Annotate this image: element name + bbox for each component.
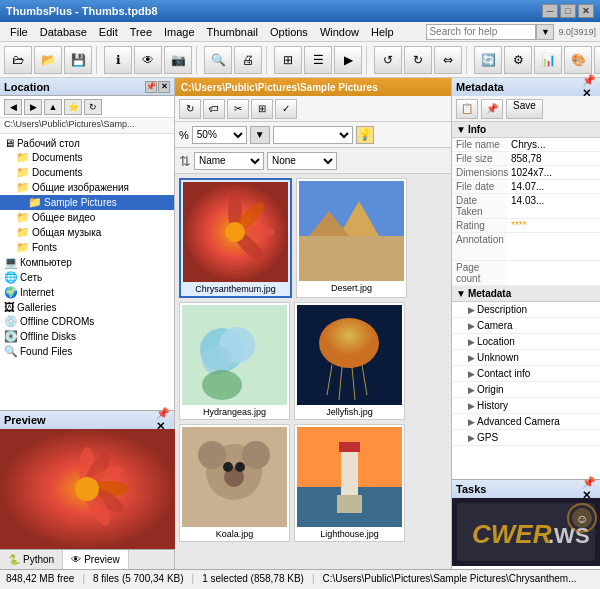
meta-pin-button[interactable]: 📌	[582, 74, 596, 87]
location-panel-controls: 📌 ✕	[145, 81, 170, 93]
tb-save-button[interactable]: 💾	[64, 46, 92, 74]
meta-contactinfo-item[interactable]: ▶ Contact info	[452, 366, 600, 382]
menu-tree[interactable]: Tree	[124, 24, 158, 40]
location-pin-button[interactable]: 📌	[145, 81, 157, 93]
meta-description-item[interactable]: ▶ Description	[452, 302, 600, 318]
tb-color-button[interactable]: 🎨	[564, 46, 592, 74]
thumb-lighthouse[interactable]: Lighthouse.jpg	[294, 424, 405, 542]
view-grid-button[interactable]: ⊞	[251, 99, 273, 119]
nav-back-button[interactable]: ◀	[4, 99, 22, 115]
tb-info-button[interactable]: ℹ	[104, 46, 132, 74]
thumb-desert[interactable]: Desert.jpg	[296, 178, 407, 298]
menu-file[interactable]: File	[4, 24, 34, 40]
tree-item-internet[interactable]: 🌍 Internet	[0, 285, 174, 300]
edit2-button[interactable]: ✂	[227, 99, 249, 119]
tree-item-music[interactable]: 📁 Общая музыка	[0, 225, 174, 240]
tree-item-cdrom[interactable]: 💿 Offline CDROMs	[0, 314, 174, 329]
sort-order-select[interactable]: None Ascending Descending	[267, 152, 337, 170]
tree-item-computer[interactable]: 💻 Компьютер	[0, 255, 174, 270]
tree-item-desktop[interactable]: 🖥 Рабочий стол	[0, 136, 174, 150]
tree-item-video[interactable]: 📁 Общее видео	[0, 210, 174, 225]
meta-camera-item[interactable]: ▶ Camera	[452, 318, 600, 334]
tasks-pin-button[interactable]: 📌	[582, 476, 596, 489]
tb-list-button[interactable]: ☰	[304, 46, 332, 74]
menu-image[interactable]: Image	[158, 24, 201, 40]
internet-icon: 🌍	[4, 286, 18, 299]
location-close-button[interactable]: ✕	[158, 81, 170, 93]
tree-item-galleries[interactable]: 🖼 Galleries	[0, 300, 174, 314]
hint-button[interactable]: 💡	[356, 126, 374, 144]
thumb-chrysanthemum[interactable]: Chrysanthemum.jpg	[179, 178, 292, 298]
thumb-hydrangeas[interactable]: Hydrangeas.jpg	[179, 302, 290, 420]
refresh-button[interactable]: ↻	[179, 99, 201, 119]
meta-origin-item[interactable]: ▶ Origin	[452, 382, 600, 398]
tb-new-button[interactable]: 🗁	[4, 46, 32, 74]
meta-gps-item[interactable]: ▶ GPS	[452, 430, 600, 446]
cdrom-icon: 💿	[4, 315, 18, 328]
tb-flip-button[interactable]: ⇔	[434, 46, 462, 74]
search-input[interactable]	[426, 24, 536, 40]
menu-database[interactable]: Database	[34, 24, 93, 40]
menu-thumbnail[interactable]: Thumbnail	[201, 24, 264, 40]
tree-item-docs2[interactable]: 📁 Documents	[0, 165, 174, 180]
thumb-koala[interactable]: Koala.jpg	[179, 424, 290, 542]
meta-location-item[interactable]: ▶ Location	[452, 334, 600, 350]
nav-refresh-button[interactable]: ↻	[84, 99, 102, 115]
sort-direction-button[interactable]: ⇅	[179, 153, 191, 169]
tb-convert-button[interactable]: 🔄	[474, 46, 502, 74]
filter-button[interactable]: ▼	[250, 126, 270, 144]
search-button[interactable]: ▼	[536, 24, 554, 40]
menu-edit[interactable]: Edit	[93, 24, 124, 40]
tb-slide-button[interactable]: ▶	[334, 46, 362, 74]
tb-scan-button[interactable]: 📷	[164, 46, 192, 74]
koala-svg	[182, 427, 287, 527]
tb-open-button[interactable]: 📂	[34, 46, 62, 74]
menu-help[interactable]: Help	[365, 24, 400, 40]
maximize-button[interactable]: □	[560, 4, 576, 18]
tb-rotate-r-button[interactable]: ↻	[404, 46, 432, 74]
nav-up-button[interactable]: ▲	[44, 99, 62, 115]
zoom-select[interactable]: 50% 25% 75% 100%	[192, 126, 247, 144]
meta-datetaken-val: 14.03...	[507, 194, 600, 218]
tree-item-offline-disks[interactable]: 💽 Offline Disks	[0, 329, 174, 344]
center-toolbar: ↻ 🏷 ✂ ⊞ ✓	[175, 96, 451, 122]
tb-edit-button[interactable]: ✏	[594, 46, 600, 74]
menu-window[interactable]: Window	[314, 24, 365, 40]
filter-select[interactable]	[273, 126, 353, 144]
meta-history-item[interactable]: ▶ History	[452, 398, 600, 414]
tree-item-images[interactable]: 📁 Общие изображения	[0, 180, 174, 195]
thumb-jellyfish[interactable]: Jellyfish.jpg	[294, 302, 405, 420]
menu-options[interactable]: Options	[264, 24, 314, 40]
nav-forward-button[interactable]: ▶	[24, 99, 42, 115]
close-button[interactable]: ✕	[578, 4, 594, 18]
tb-find-button[interactable]: 🔍	[204, 46, 232, 74]
tb-rotate-l-button[interactable]: ↺	[374, 46, 402, 74]
origin-expand-icon: ▶	[468, 385, 475, 395]
preview-pin-button[interactable]: 📌	[156, 407, 170, 420]
tab-preview[interactable]: 👁 Preview	[63, 550, 129, 569]
tree-item-fonts[interactable]: 📁 Fonts	[0, 240, 174, 255]
nav-home-button[interactable]: ⭐	[64, 99, 82, 115]
meta-rating-val: ****	[507, 219, 600, 232]
meta-paste-button[interactable]: 📌	[481, 99, 503, 119]
tree-item-docs1[interactable]: 📁 Documents	[0, 150, 174, 165]
tb-print-button[interactable]: 🖨	[234, 46, 262, 74]
svg-text:☺: ☺	[576, 512, 588, 526]
minimize-button[interactable]: ─	[542, 4, 558, 18]
sort-field-select[interactable]: Name Date Size	[194, 152, 264, 170]
meta-datetaken-row: Date Taken 14.03...	[452, 194, 600, 219]
tb-thumbs-button[interactable]: ⊞	[274, 46, 302, 74]
meta-copy-button[interactable]: 📋	[456, 99, 478, 119]
check-button[interactable]: ✓	[275, 99, 297, 119]
tb-preview-button[interactable]: 👁	[134, 46, 162, 74]
tag-button[interactable]: 🏷	[203, 99, 225, 119]
meta-save-button[interactable]: Save	[506, 99, 543, 119]
tb-batch-button[interactable]: ⚙	[504, 46, 532, 74]
tree-item-sample-pictures[interactable]: 📁 Sample Pictures	[0, 195, 174, 210]
meta-advancedcamera-item[interactable]: ▶ Advanced Camera	[452, 414, 600, 430]
tree-item-found-files[interactable]: 🔍 Found Files	[0, 344, 174, 359]
tab-python[interactable]: 🐍 Python	[0, 550, 63, 569]
tb-more-button[interactable]: 📊	[534, 46, 562, 74]
meta-unknown-item[interactable]: ▶ Unknown	[452, 350, 600, 366]
tree-item-network[interactable]: 🌐 Сеть	[0, 270, 174, 285]
